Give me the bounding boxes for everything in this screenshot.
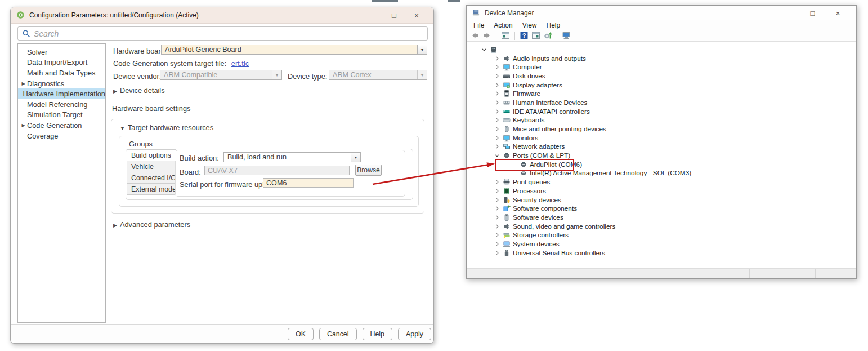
sidebar-item-data-import-export[interactable]: Data Import/Export (18, 57, 105, 68)
tree-item-audio-inputs-and-outputs[interactable]: Audio inputs and outputs (478, 54, 856, 63)
chevron-right-icon[interactable] (494, 55, 501, 62)
search-box[interactable] (17, 26, 428, 41)
chevron-right-icon[interactable] (494, 197, 501, 203)
dropdown-arrow-icon[interactable]: ▾ (417, 45, 427, 54)
minimize-button[interactable]: – (360, 11, 383, 20)
chevron-right-icon[interactable] (494, 241, 501, 247)
sidebar-item-diagnostics[interactable]: ▶Diagnostics (18, 78, 105, 89)
tree-item-processors[interactable]: Processors (478, 186, 856, 196)
chevron-down-icon[interactable] (494, 152, 501, 159)
toolbar-forward-icon[interactable] (482, 31, 491, 40)
tree-item-ports-com-lpt[interactable]: Ports (COM & LPT) (478, 151, 856, 160)
cancel-button[interactable]: Cancel (319, 328, 357, 340)
chevron-right-icon[interactable] (494, 126, 501, 132)
close-button[interactable]: × (825, 9, 851, 17)
tree-item-software-devices[interactable]: Software devices (478, 213, 856, 222)
dropdown-arrow-icon[interactable]: ▾ (351, 153, 360, 162)
device-details-expander[interactable]: ▶Device details (113, 86, 165, 95)
chevron-right-icon[interactable] (494, 108, 501, 115)
chevron-right-icon[interactable] (494, 250, 501, 256)
tree-item-display-adapters[interactable]: Display adapters (478, 81, 856, 90)
sidebar-item-hardware-implementation[interactable]: Hardware Implementation (18, 88, 105, 99)
chevron-right-icon[interactable] (494, 73, 501, 79)
hardware-board-combo[interactable]: ArduPilot Generic Board ▾ (161, 45, 427, 55)
menu-help[interactable]: Help (547, 21, 561, 29)
device-tree: Audio inputs and outputsComputerDisk dri… (478, 42, 856, 269)
tree-item-software-components[interactable]: Software components (478, 204, 856, 213)
sidebar-item-simulation-target[interactable]: Simulation Target (18, 110, 105, 121)
tree-item-disk-drives[interactable]: Disk drives (478, 72, 856, 81)
tree-item-mice-and-other-pointing-devices[interactable]: Mice and other pointing devices (478, 125, 856, 134)
chevron-down-icon[interactable] (481, 46, 488, 53)
menu-view[interactable]: View (522, 21, 537, 29)
chevron-right-icon[interactable] (494, 143, 501, 150)
minimize-button[interactable]: – (775, 9, 800, 17)
maximize-button[interactable]: □ (383, 11, 405, 20)
help-button[interactable]: Help (363, 328, 392, 340)
maximize-button[interactable]: □ (800, 9, 825, 17)
apply-button[interactable]: Apply (398, 328, 431, 340)
tree-item-storage-controllers[interactable]: Storage controllers (478, 230, 856, 239)
serial-port-field[interactable] (263, 178, 354, 188)
chevron-right-icon[interactable] (494, 179, 501, 185)
chevron-right-icon[interactable] (494, 214, 501, 221)
toolbar-back-icon[interactable] (471, 31, 480, 40)
group-tab-external-mode[interactable]: External mode (127, 183, 175, 195)
sidebar-item-coverage[interactable]: Coverage (18, 131, 105, 141)
chevron-right-icon[interactable] (494, 223, 501, 230)
spacer (511, 161, 518, 168)
hid-icon (503, 99, 511, 106)
chevron-right-icon[interactable] (494, 205, 501, 212)
sidebar-item-math-and-data-types[interactable]: Math and Data Types (18, 68, 105, 78)
chevron-right-icon[interactable] (494, 99, 501, 106)
tree-item-universal-serial-bus-controllers[interactable]: Universal Serial Bus controllers (478, 248, 856, 257)
tree-item-label: Intel(R) Active Management Technology - … (530, 169, 691, 177)
tree-item-root[interactable] (478, 45, 856, 54)
group-tab-vehicle[interactable]: Vehicle (127, 161, 175, 172)
toolbar-showhide-icon[interactable] (531, 31, 540, 40)
close-button[interactable]: × (405, 11, 428, 20)
tree-item-human-interface-devices[interactable]: Human Interface Devices (478, 98, 856, 107)
chevron-right-icon[interactable] (494, 117, 501, 123)
toolbar-help-icon[interactable]: ? (520, 31, 529, 40)
menu-file[interactable]: File (473, 21, 484, 29)
tree-item-computer[interactable]: Computer (478, 63, 856, 72)
toolbar-computer-icon[interactable] (562, 31, 571, 40)
search-input[interactable] (34, 29, 423, 38)
toolbar: ? (467, 30, 856, 42)
tree-item-system-devices[interactable]: System devices (478, 239, 856, 248)
chevron-right-icon[interactable] (494, 64, 501, 70)
chevron-right-icon[interactable] (494, 188, 501, 194)
tree-item-print-queues[interactable]: Print queues (478, 177, 856, 186)
menu-action[interactable]: Action (494, 21, 512, 29)
tree-item-network-adapters[interactable]: Network adapters (478, 143, 856, 152)
advanced-parameters-expander[interactable]: ▶Advanced parameters (113, 220, 190, 229)
tree-item-firmware[interactable]: Firmware (478, 89, 856, 98)
tree-item-ide-ata-atapi-controllers[interactable]: IDE ATA/ATAPI controllers (478, 107, 856, 116)
tree-item-sound-video-and-game-controllers[interactable]: Sound, video and game controllers (478, 222, 856, 231)
groups-label: Groups (129, 140, 153, 148)
tree-item-ardupilot-com6[interactable]: ArduPilot (COM6) (478, 160, 856, 169)
tree-item-security-devices[interactable]: Security devices (478, 196, 856, 205)
tree-item-intel-r-active-management-technology-sol-com3[interactable]: Intel(R) Active Management Technology - … (478, 169, 856, 178)
group-tab-connected-i-o[interactable]: Connected I/O (127, 172, 175, 184)
chevron-right-icon[interactable] (494, 232, 501, 238)
tree-item-keyboards[interactable]: Keyboards (478, 116, 856, 125)
target-resources-expander[interactable]: ▼Target hardware resources (120, 123, 213, 132)
sidebar-item-model-referencing[interactable]: Model Referencing (18, 99, 105, 110)
chevron-right-icon[interactable] (494, 90, 501, 97)
group-tab-build-options[interactable]: Build options (127, 149, 176, 161)
ok-button[interactable]: OK (288, 328, 314, 340)
toolbar-console-icon[interactable] (501, 31, 510, 40)
target-file-link[interactable]: ert.tlc (231, 59, 249, 68)
toolbar-scan-icon[interactable] (543, 31, 552, 40)
sidebar-item-solver[interactable]: Solver (18, 47, 105, 57)
build-action-combo[interactable]: Build, load and run ▾ (223, 152, 361, 162)
chevron-right-icon[interactable] (494, 82, 501, 88)
tree-item-monitors[interactable]: Monitors (478, 134, 856, 143)
sidebar-item-label: Data Import/Export (27, 58, 87, 66)
chevron-right-icon[interactable] (494, 135, 501, 141)
browse-button[interactable]: Browse (355, 165, 382, 176)
sidebar-item-code-generation[interactable]: ▶Code Generation (18, 120, 105, 131)
toolbar-separator (514, 32, 515, 40)
